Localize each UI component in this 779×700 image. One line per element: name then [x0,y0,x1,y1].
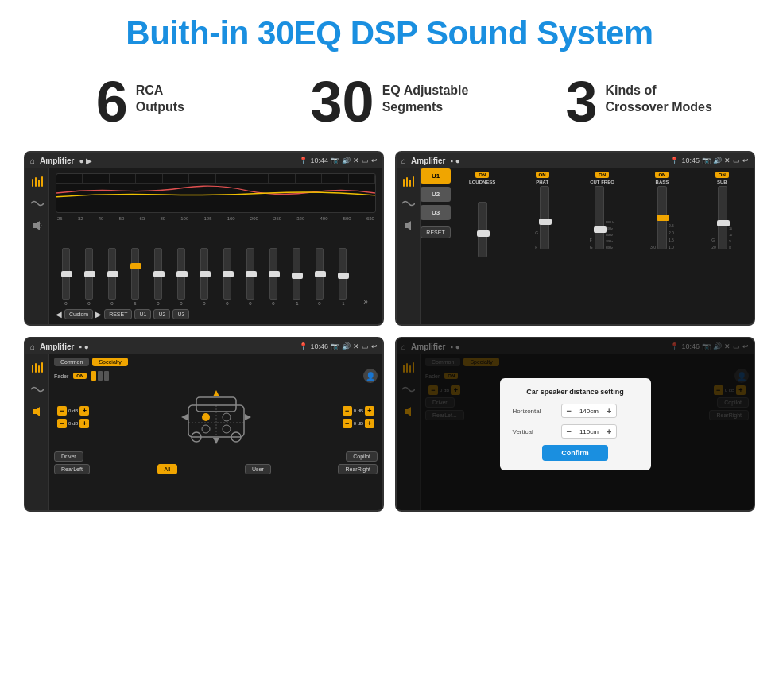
vertical-plus[interactable]: + [607,427,611,436]
left-minus-2[interactable]: − [57,419,67,428]
status-icons-2: 📍 10:45 📷 🔊 ✕ ▭ ↩ [670,157,749,164]
stat-text-eq: EQ Adjustable Segments [382,73,469,116]
vertical-minus[interactable]: − [567,427,572,436]
cross-bottom-2: RearLeft All User RearRight [54,464,378,474]
home-icon-3[interactable]: ⌂ [30,342,35,351]
eq-slider-11[interactable]: -1 [286,248,307,306]
amp-content: U1 U2 U3 RESET ON LOUDNESS ON PHAT [397,168,754,324]
rec-icons-2: ▪ ● [450,157,459,165]
eq-slider-6[interactable]: 0 [171,248,192,306]
x-icon-1: ✕ [353,157,359,164]
svg-marker-9 [405,221,411,230]
eq-icon-3[interactable] [29,361,45,373]
eq-slider-7[interactable]: 0 [194,248,215,306]
dialog-overlay: Car speaker distance setting Horizontal … [397,338,754,510]
fader-user-icon[interactable]: 👤 [363,369,378,383]
wave-icon[interactable] [29,197,45,210]
right-minus[interactable]: − [343,406,352,416]
rearright-btn[interactable]: RearRight [338,464,378,474]
wave-icon-2[interactable] [401,197,417,210]
eq-slider-5[interactable]: 0 [148,248,169,306]
eq-slider-4[interactable]: 5 [125,248,145,306]
specialty-tab[interactable]: Specialty [92,358,127,366]
eq-btn-row: ◀ Custom ▶ RESET U1 U2 U3 [56,309,376,319]
left-db-1: 0 dB [68,408,78,413]
right-vol: − 0 dB + − 0 dB + [343,406,374,428]
stat-item-rca: 6 RCA Outputs [32,73,249,130]
eq-expand-icon[interactable]: » [355,297,376,306]
eq-icon-2[interactable] [401,175,417,188]
u2-btn-1[interactable]: U2 [153,309,170,319]
x-icon-2: ✕ [724,157,731,164]
eq-slider-3[interactable]: 0 [102,248,122,306]
left-minus[interactable]: − [57,406,67,416]
eq-slider-9[interactable]: 0 [240,248,261,306]
back-icon-3[interactable]: ↩ [371,342,378,350]
speaker-icon-2[interactable] [401,219,417,232]
svg-rect-3 [41,176,43,187]
stat-number-3: 3 [566,73,598,130]
horizontal-plus[interactable]: + [607,406,611,416]
vol-icon-3: 🔊 [342,342,351,350]
left-plus[interactable]: + [79,406,89,416]
amplifier-title-2: Amplifier [411,157,445,165]
speaker-icon[interactable] [29,219,45,232]
u3-btn[interactable]: U3 [421,205,451,220]
home-icon-2[interactable]: ⌂ [401,157,406,165]
back-icon-2[interactable]: ↩ [742,157,749,164]
stat-item-eq: 30 EQ Adjustable Segments [281,73,498,130]
eq-slider-12[interactable]: 0 [309,248,330,306]
right-plus-2[interactable]: + [365,419,374,428]
wave-icon-3[interactable] [29,383,45,396]
right-db-1: 0 dB [354,408,363,413]
right-plus[interactable]: + [365,406,374,416]
amplifier-title-1: Amplifier [40,157,74,165]
eq-slider-8[interactable]: 0 [217,248,238,306]
bass-channel: ON BASS 3.0 2.52.01.51.0 [634,172,690,321]
user-btn[interactable]: User [245,464,271,474]
custom-btn[interactable]: Custom [64,309,93,319]
all-btn[interactable]: All [157,464,178,474]
eq-next-btn[interactable]: ▶ [95,310,102,319]
rect-icon-1: ▭ [362,157,369,164]
stat-number-30: 30 [311,73,374,130]
svg-point-20 [223,413,231,421]
svg-rect-12 [38,365,40,373]
stat-text-rca: RCA Outputs [136,73,184,116]
amp-left-panel: U1 U2 U3 RESET [421,168,451,324]
reset-btn-1[interactable]: RESET [104,309,132,319]
stats-row: 6 RCA Outputs 30 EQ Adjustable Segments … [0,60,779,146]
left-plus-2[interactable]: + [79,419,89,428]
u2-btn[interactable]: U2 [421,187,451,202]
svg-rect-2 [38,180,40,187]
confirm-button[interactable]: Confirm [542,445,608,461]
back-icon-1[interactable]: ↩ [371,157,378,164]
rearleft-btn[interactable]: RearLeft [54,464,90,474]
side-icons-1 [25,168,49,324]
car-diagram [92,385,339,449]
status-icons-1: 📍 10:44 📷 🔊 ✕ ▭ ↩ [299,157,378,164]
sub-channel: ON SUB G20 151050 [694,172,750,321]
eq-icon[interactable] [29,175,45,188]
status-bar-3: ⌂ Amplifier ▪ ● 📍 10:46 📷 🔊 ✕ ▭ ↩ [25,338,382,354]
eq-slider-10[interactable]: 0 [263,248,284,306]
speaker-icon-3[interactable] [29,405,45,418]
reset-btn-2[interactable]: RESET [421,226,451,238]
svg-marker-4 [33,221,40,230]
eq-slider-2[interactable]: 0 [79,248,99,306]
driver-btn[interactable]: Driver [54,451,83,462]
svg-rect-7 [409,180,411,187]
common-tab[interactable]: Common [54,358,89,366]
eq-slider-13[interactable]: -1 [332,248,353,306]
eq-graph [56,173,376,213]
camera-icon-1: 📷 [331,157,339,164]
right-minus-2[interactable]: − [343,419,352,428]
u1-btn[interactable]: U1 [421,168,451,184]
eq-prev-btn[interactable]: ◀ [56,310,62,319]
u3-btn-1[interactable]: U3 [172,309,189,319]
horizontal-minus[interactable]: − [567,406,572,416]
eq-slider-1[interactable]: 0 [56,248,76,306]
home-icon-1[interactable]: ⌂ [30,157,35,165]
copilot-btn[interactable]: Copilot [346,451,378,462]
u1-btn-1[interactable]: U1 [134,309,151,319]
